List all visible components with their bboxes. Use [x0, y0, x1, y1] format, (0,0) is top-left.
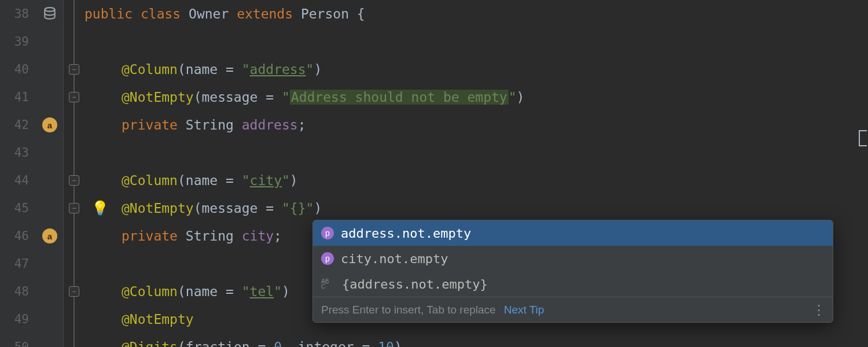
fold-handle[interactable]: −: [69, 92, 79, 102]
line-number[interactable]: 45: [0, 194, 36, 222]
line-numbers: 38 39 40 41 42 43 44 45 46 47 48 49 50: [0, 0, 36, 347]
gutter-icons: a a: [36, 0, 64, 347]
line-number[interactable]: 41: [0, 83, 36, 111]
fold-handle[interactable]: −: [69, 175, 79, 186]
completion-item[interactable]: p city.not.empty: [313, 246, 833, 271]
line-number[interactable]: 44: [0, 167, 36, 194]
line-number[interactable]: 43: [0, 139, 36, 167]
more-icon[interactable]: ⋮: [812, 302, 825, 318]
jpa-attribute-icon[interactable]: a: [42, 117, 57, 132]
property-icon: p: [321, 227, 334, 239]
jpa-attribute-icon[interactable]: a: [42, 228, 57, 243]
completion-item[interactable]: ABC {address.not.empty}: [313, 271, 833, 297]
text-icon: ABC: [321, 278, 335, 290]
completion-footer: Press Enter to insert, Tab to replace Ne…: [313, 297, 833, 322]
line-number[interactable]: 50: [0, 333, 36, 347]
next-tip-link[interactable]: Next Tip: [504, 304, 545, 316]
line-number[interactable]: 42: [0, 111, 36, 139]
line-number[interactable]: 49: [0, 305, 36, 333]
completion-item-text: address.not.empty: [341, 226, 471, 241]
property-icon: p: [321, 252, 334, 265]
fold-handle[interactable]: −: [69, 64, 79, 75]
completion-item-text: {address.not.empty}: [342, 277, 488, 291]
completion-item[interactable]: p address.not.empty: [313, 220, 833, 246]
completion-hint: Press Enter to insert, Tab to replace: [321, 304, 496, 316]
gutter: 38 39 40 41 42 43 44 45 46 47 48 49 50 a…: [0, 0, 64, 347]
text-cursor-icon: [859, 130, 867, 146]
line-number[interactable]: 46: [0, 222, 36, 250]
line-number[interactable]: 47: [0, 250, 36, 278]
fold-handle[interactable]: −: [69, 203, 79, 213]
fold-column: − − − − −: [64, 0, 84, 347]
fold-handle[interactable]: −: [69, 286, 79, 297]
line-number[interactable]: 48: [0, 278, 36, 305]
completion-popup: p address.not.empty p city.not.empty ABC…: [312, 220, 833, 323]
line-number[interactable]: 38: [0, 0, 36, 28]
database-icon[interactable]: [42, 6, 57, 21]
completion-item-text: city.not.empty: [341, 252, 448, 266]
line-number[interactable]: 39: [0, 28, 36, 56]
svg-point-0: [45, 8, 54, 12]
line-number[interactable]: 40: [0, 56, 36, 83]
